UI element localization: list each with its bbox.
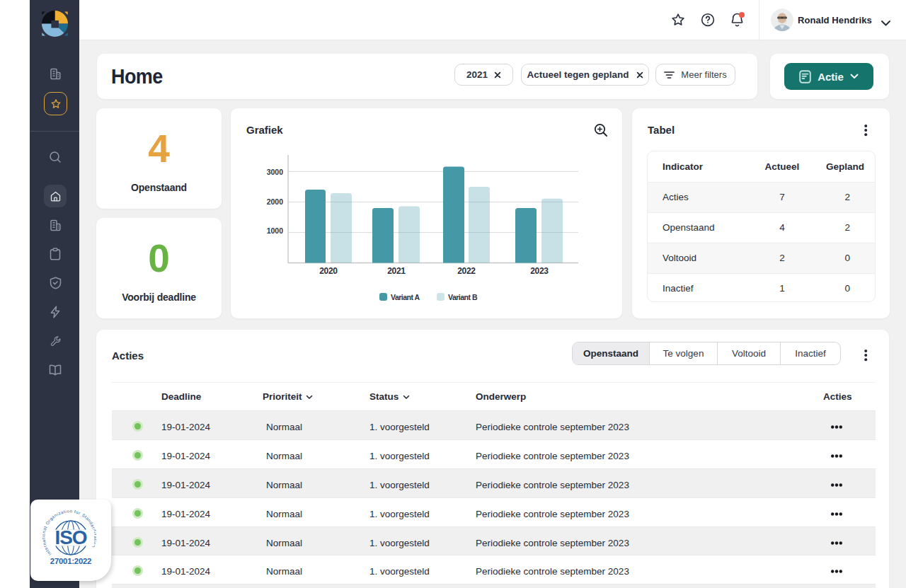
svg-text:27001:2022: 27001:2022 [50, 557, 91, 565]
svg-text:ISO: ISO [55, 526, 86, 548]
svg-text:2000: 2000 [267, 197, 284, 206]
svg-text:2021: 2021 [387, 266, 406, 276]
svg-text:2022: 2022 [457, 266, 476, 276]
svg-text:Variant A: Variant A [391, 293, 420, 301]
svg-text:2023: 2023 [530, 266, 549, 276]
svg-text:3000: 3000 [267, 168, 284, 176]
svg-text:1000: 1000 [267, 226, 284, 235]
svg-text:2020: 2020 [319, 266, 338, 276]
svg-text:Variant B: Variant B [448, 293, 478, 301]
